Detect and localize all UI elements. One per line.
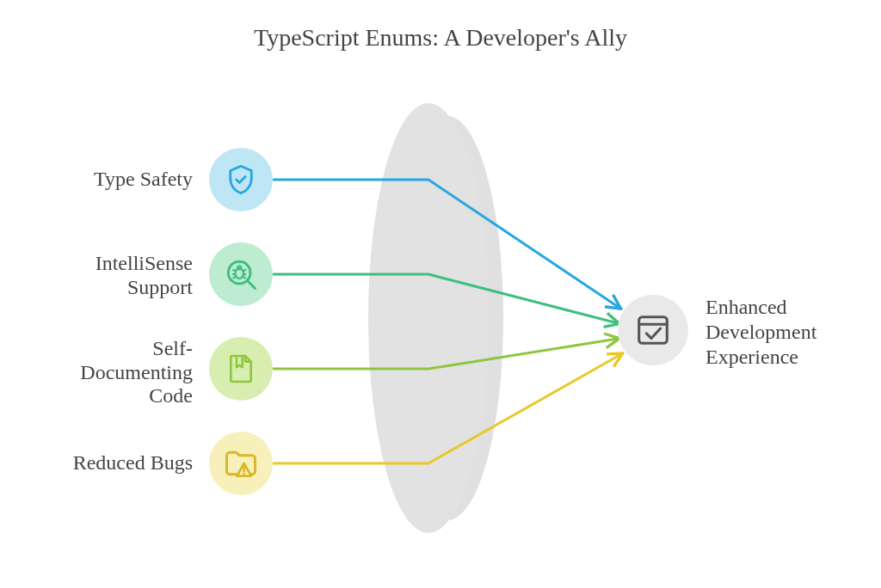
svg-point-1 — [368, 103, 489, 533]
benefit-icon-bg-2 — [209, 337, 273, 401]
benefit-label-2: Self-DocumentingCode — [80, 337, 193, 408]
connector-intellisense — [274, 274, 618, 323]
svg-rect-14 — [639, 317, 668, 344]
bug-search-icon — [222, 255, 260, 293]
svg-point-0 — [391, 116, 503, 520]
benefit-label-3: Reduced Bugs — [73, 451, 193, 475]
svg-line-3 — [247, 280, 255, 288]
benefit-icon-bg-1 — [209, 242, 273, 306]
benefit-label-0: Type Safety — [94, 168, 193, 192]
shield-check-icon — [223, 162, 259, 198]
benefit-icon-bg-0 — [209, 148, 273, 211]
svg-line-8 — [233, 277, 236, 279]
connector-bugs — [274, 354, 621, 463]
page-title: TypeScript Enums: A Developer's Ally — [0, 24, 881, 52]
svg-line-9 — [243, 270, 246, 272]
benefit-icon-bg-3 — [209, 432, 273, 495]
window-check-icon — [633, 310, 673, 350]
svg-line-6 — [232, 270, 235, 272]
svg-point-13 — [243, 473, 245, 475]
connector-self-doc — [274, 339, 618, 369]
svg-line-11 — [243, 277, 246, 279]
connector-type-safety — [274, 180, 619, 308]
benefit-label-1: IntelliSenseSupport — [95, 252, 193, 299]
folder-warning-icon — [222, 444, 260, 482]
result-icon-bg — [618, 295, 688, 365]
result-label: EnhancedDevelopmentExperience — [705, 295, 860, 369]
bookmark-file-icon — [224, 352, 258, 386]
